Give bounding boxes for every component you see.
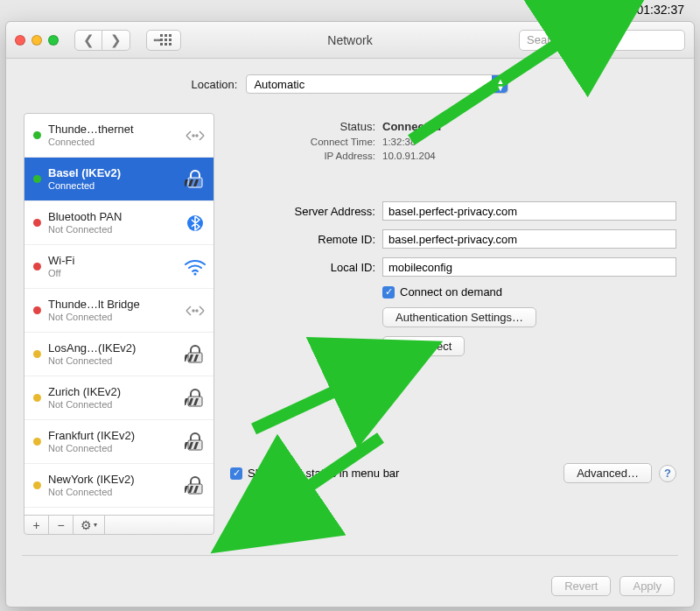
remove-interface-button[interactable]: −: [49, 516, 74, 534]
interface-status: Connected: [48, 180, 177, 193]
close-button[interactable]: [15, 35, 25, 46]
vpn-menubar-icon[interactable]: [614, 4, 632, 16]
lock-icon: [184, 432, 206, 452]
status-dot-icon: [33, 175, 41, 183]
show-vpn-menubar-label: Show VPN status in menu bar: [248, 467, 399, 480]
sidebar-item[interactable]: Thunde…thernetConnected: [24, 114, 214, 158]
interfaces-sidebar: Thunde…thernetConnectedBasel (IKEv2)Conn…: [24, 113, 214, 516]
interface-name: Thunde…lt Bridge: [48, 298, 177, 312]
interface-name: Thunde…thernet: [48, 123, 177, 137]
svg-rect-8: [169, 34, 172, 37]
location-select[interactable]: Automatic ▲▼: [246, 74, 508, 94]
svg-rect-13: [164, 43, 167, 46]
interface-name: Basel (IKEv2): [48, 166, 177, 180]
status-label: Status:: [227, 120, 375, 133]
svg-rect-7: [164, 34, 167, 37]
apply-button[interactable]: Apply: [620, 576, 675, 596]
svg-rect-2: [617, 6, 619, 12]
window-footer: Revert Apply: [551, 576, 675, 596]
bluetooth-icon: [184, 214, 206, 233]
ip-address-value: 10.0.91.204: [382, 151, 436, 161]
minimize-button[interactable]: [32, 35, 42, 46]
status-dot-icon: [33, 306, 41, 314]
sidebar-item[interactable]: Basel (IKEv2)Connected: [24, 158, 214, 201]
location-label: Location:: [192, 78, 238, 91]
status-dot-icon: [33, 219, 41, 227]
show-vpn-menubar-checkbox[interactable]: ✓: [230, 467, 242, 480]
interface-name: Bluetooth PAN: [48, 210, 177, 224]
sidebar-item[interactable]: Thunde…lt BridgeNot Connected: [24, 289, 214, 333]
interface-name: NewYork (IKEv2): [48, 473, 177, 487]
svg-rect-18: [185, 179, 188, 186]
svg-rect-5: [625, 6, 626, 12]
add-interface-button[interactable]: +: [24, 516, 49, 534]
sidebar-item[interactable]: Frankfurt (IKEv2)Not Connected: [24, 420, 214, 464]
connect-time-value: 1:32:38: [382, 137, 416, 147]
interface-actions-button[interactable]: ⚙▾: [74, 516, 105, 534]
connect-on-demand-checkbox[interactable]: ✓: [382, 286, 395, 298]
interface-name: LosAng…(IKEv2): [48, 341, 177, 355]
svg-rect-10: [164, 39, 167, 41]
interface-status: Off: [48, 268, 177, 280]
titlebar: ❮ ❯ ▪▪▪ Network Search: [6, 22, 694, 59]
lock-icon: [184, 389, 206, 408]
chevron-right-icon: ❯: [110, 32, 122, 48]
sidebar-item[interactable]: Bluetooth PANNot Connected: [24, 201, 214, 245]
interface-status: Not Connected: [48, 443, 177, 455]
svg-rect-30: [185, 398, 188, 405]
detail-pane: Status: Connected Connect Time: 1:32:38 …: [227, 113, 676, 536]
lock-icon: [184, 170, 206, 189]
interface-name: Zurich (IKEv2): [48, 385, 177, 399]
svg-rect-9: [160, 39, 163, 41]
sidebar-item[interactable]: Zurich (IKEv2)Not Connected: [24, 376, 214, 420]
wifi-icon: [184, 257, 206, 277]
advanced-button[interactable]: Advanced…: [564, 463, 652, 483]
connect-on-demand-label: Connect on demand: [400, 285, 502, 298]
svg-point-22: [193, 272, 196, 275]
svg-rect-38: [185, 486, 188, 493]
show-all-button[interactable]: ▪▪▪: [146, 30, 181, 51]
revert-button[interactable]: Revert: [551, 576, 611, 596]
sidebar-item[interactable]: Wi-FiOff: [24, 245, 214, 289]
svg-rect-6: [160, 34, 163, 37]
grid-icon: ▪▪▪: [153, 35, 160, 45]
connect-time-label: Connect Time:: [227, 137, 375, 147]
remote-id-input[interactable]: [382, 229, 676, 249]
svg-rect-14: [169, 43, 172, 46]
interface-status: Connected: [48, 137, 177, 149]
interface-name: Frankfurt (IKEv2): [48, 429, 177, 443]
location-row: Location: Automatic ▲▼: [24, 74, 676, 94]
local-id-input[interactable]: [382, 257, 676, 277]
forward-button[interactable]: ❯: [102, 30, 130, 51]
sidebar-footer: + − ⚙▾: [24, 515, 214, 535]
interface-name: Wi-Fi: [48, 254, 177, 268]
interface-status: Not Connected: [48, 487, 177, 499]
svg-rect-3: [620, 6, 621, 12]
local-id-label: Local ID:: [227, 261, 375, 274]
server-address-label: Server Address:: [227, 205, 375, 218]
search-placeholder: Search: [527, 33, 563, 46]
interface-status: Not Connected: [48, 312, 177, 324]
network-preferences-window: ❮ ❯ ▪▪▪ Network Search: [5, 21, 695, 607]
interface-status: Not Connected: [48, 355, 177, 368]
svg-point-24: [196, 310, 198, 312]
system-menubar: 01:32:37: [0, 0, 700, 19]
search-input[interactable]: Search: [519, 30, 685, 51]
zoom-button[interactable]: [48, 35, 59, 46]
svg-rect-12: [160, 43, 163, 46]
ethernet-icon: [184, 126, 206, 145]
gear-icon: ⚙: [80, 518, 92, 532]
back-button[interactable]: ❮: [74, 30, 102, 51]
sidebar-item[interactable]: LosAng…(IKEv2)Not Connected: [24, 333, 214, 376]
svg-point-16: [196, 135, 198, 137]
disconnect-button[interactable]: Disconnect: [382, 336, 465, 356]
server-address-input[interactable]: [382, 201, 676, 221]
status-dot-icon: [33, 394, 41, 402]
help-button[interactable]: ?: [659, 465, 676, 482]
status-dot-icon: [33, 438, 41, 446]
authentication-settings-button[interactable]: Authentication Settings…: [382, 307, 536, 327]
status-dot-icon: [33, 350, 41, 358]
ip-address-label: IP Address:: [227, 151, 375, 161]
svg-rect-4: [622, 6, 624, 12]
sidebar-item[interactable]: NewYork (IKEv2)Not Connected: [24, 464, 214, 508]
